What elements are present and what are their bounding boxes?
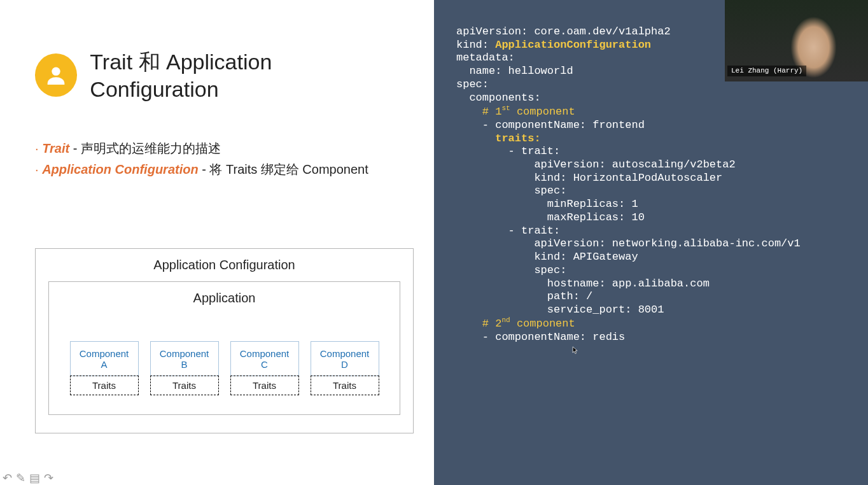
mouse-cursor-icon <box>572 346 578 355</box>
yaml-line: kind: APIGateway <box>456 251 638 263</box>
bullet-item: · Application Configuration - 将 Traits 绑… <box>35 161 399 178</box>
presenter-webcam: Lei Zhang (Harry) <box>725 0 868 81</box>
presenter-name: Lei Zhang (Harry) <box>727 66 806 76</box>
yaml-kind: ApplicationConfiguration <box>495 39 651 51</box>
yaml-traits: traits: <box>456 132 541 144</box>
bullet-dot-icon: · <box>35 141 42 155</box>
yaml-panel: apiVersion: core.oam.dev/v1alpha2 kind: … <box>434 0 868 485</box>
yaml-line: - componentName: frontend <box>456 119 645 131</box>
bullet-text: - <box>69 141 81 155</box>
traits-label: Traits <box>70 376 139 395</box>
yaml-line: name: helloworld <box>456 65 573 77</box>
bullet-list: · Trait - 声明式的运维能力的描述 · Application Conf… <box>35 140 399 178</box>
component-d: ComponentD Traits <box>311 341 379 395</box>
yaml-line: spec: <box>456 78 489 90</box>
yaml-line: - trait: <box>456 145 560 157</box>
yaml-line: hostname: app.alibaba.com <box>456 278 710 290</box>
yaml-line: - componentName: redis <box>456 331 625 343</box>
yaml-line: path: / <box>456 290 592 302</box>
yaml-line: components: <box>456 92 541 104</box>
redo-icon[interactable]: ↷ <box>44 471 53 485</box>
component-label: ComponentC <box>230 341 299 376</box>
yaml-line: spec: <box>456 185 566 197</box>
bullet-term: Trait <box>42 141 69 155</box>
component-label: ComponentB <box>150 341 219 376</box>
slide-left: Trait 和 Application Configuration · Trai… <box>0 0 434 485</box>
yaml-comment: # 1st component <box>456 106 575 118</box>
component-label: ComponentA <box>70 341 139 376</box>
yaml-line: apiVersion: networking.alibaba-inc.com/v… <box>456 237 801 250</box>
yaml-line: apiVersion: core.oam.dev/v1alpha2 <box>456 25 671 38</box>
bullet-item: · Trait - 声明式的运维能力的描述 <box>35 140 399 157</box>
yaml-line: spec: <box>456 264 566 276</box>
component-label: ComponentD <box>311 341 379 376</box>
diagram-app-box: Application ComponentA Traits ComponentB… <box>48 281 400 415</box>
yaml-line: kind: <box>456 39 495 51</box>
yaml-line: minReplicas: 1 <box>456 198 638 210</box>
yaml-line: metadata: <box>456 52 515 64</box>
yaml-line: maxReplicas: 10 <box>456 211 645 223</box>
bullet-term: Application Configuration <box>42 162 199 176</box>
diagram-app-title: Application <box>60 291 388 306</box>
notes-icon[interactable]: ▤ <box>29 471 40 485</box>
yaml-line: - trait: <box>456 225 560 237</box>
component-b: ComponentB Traits <box>150 341 219 395</box>
diagram-appconfig: Application Configuration Application Co… <box>35 248 414 433</box>
traits-label: Traits <box>230 376 299 395</box>
title-row: Trait 和 Application Configuration <box>35 48 399 102</box>
editor-toolbar: ↶ ✎ ▤ ↷ <box>0 471 56 485</box>
bullet-desc: 声明式的运维能力的描述 <box>81 141 221 155</box>
yaml-comment: # 2nd component <box>456 318 575 330</box>
yaml-line: kind: HorizontalPodAutoscaler <box>456 172 722 184</box>
bullet-text: - <box>199 162 210 176</box>
bullet-dot-icon: · <box>35 162 42 176</box>
component-a: ComponentA Traits <box>70 341 139 395</box>
traits-label: Traits <box>150 376 219 395</box>
bullet-desc: 将 Traits 绑定给 Component <box>209 162 368 176</box>
undo-icon[interactable]: ↶ <box>3 471 12 485</box>
component-c: ComponentC Traits <box>230 341 299 395</box>
slide-title: Trait 和 Application Configuration <box>90 48 399 102</box>
svg-point-0 <box>52 67 60 75</box>
yaml-line: service_port: 8001 <box>456 304 664 316</box>
diagram-outer-title: Application Configuration <box>48 258 400 272</box>
traits-label: Traits <box>311 376 379 395</box>
yaml-line: apiVersion: autoscaling/v2beta2 <box>456 158 736 171</box>
edit-icon[interactable]: ✎ <box>16 471 25 485</box>
components-row: ComponentA Traits ComponentB Traits Comp… <box>60 341 388 395</box>
user-icon <box>35 53 77 97</box>
